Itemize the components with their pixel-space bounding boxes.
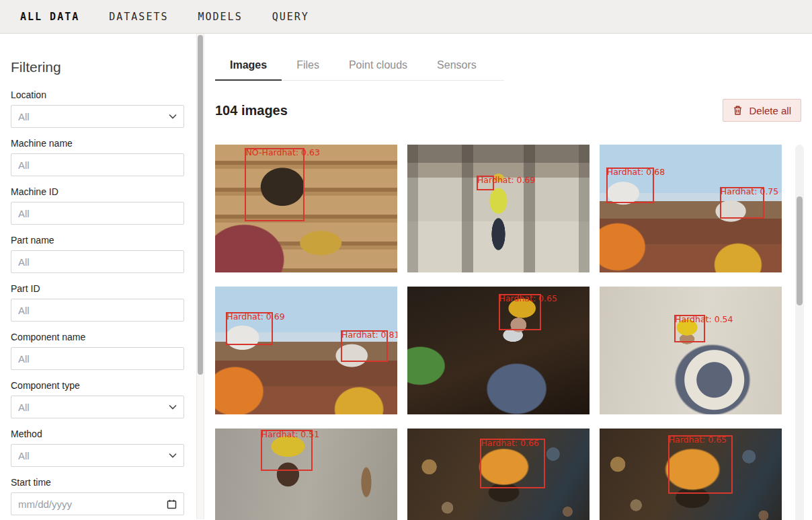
nav-item-datasets[interactable]: DATASETS	[109, 11, 168, 23]
filter-label-component-name: Component name	[11, 332, 184, 342]
detection-box: Hardhat: 0.68	[606, 168, 655, 203]
detection-label: Hardhat: 0.69	[227, 311, 284, 322]
detection-label: Hardhat: 0.65	[669, 435, 727, 445]
nav-item-all-data[interactable]: ALL DATA	[20, 11, 79, 23]
filter-date-start-time[interactable]: mm/dd/yyyy	[11, 492, 184, 515]
sidebar-title: Filtering	[11, 59, 184, 75]
filter-label-machine-id: Machine ID	[11, 186, 184, 197]
filter-input-component-name[interactable]	[11, 347, 184, 370]
filter-label-location: Location	[11, 89, 184, 100]
nav-item-query[interactable]: QUERY	[272, 11, 309, 23]
detection-box: Hardhat: 0.81	[341, 330, 388, 363]
filter-input-machine-name[interactable]	[11, 153, 184, 176]
filter-label-part-id: Part ID	[11, 283, 184, 294]
filter-group-machine-id: Machine ID	[11, 186, 184, 225]
filter-value-method: All	[18, 450, 169, 461]
image-thumbnail-1[interactable]: NO-Hardhat: 0.63	[215, 145, 397, 272]
image-thumbnail-6[interactable]: Hardhat: 0.54	[600, 287, 782, 414]
filter-group-start-time: Start timemm/dd/yyyy	[11, 477, 184, 515]
tab-files[interactable]: Files	[282, 54, 334, 81]
tab-images[interactable]: Images	[215, 54, 282, 81]
main-nav: ALL DATADATASETSMODELSQUERY	[20, 11, 309, 23]
detection-box: NO-Hardhat: 0.63	[245, 148, 304, 221]
image-count: 104 images	[215, 103, 288, 118]
detection-label: Hardhat: 0.81	[341, 330, 397, 340]
detection-box: Hardhat: 0.65	[668, 435, 733, 494]
filter-label-component-type: Component type	[11, 380, 184, 391]
image-grid-area: NO-Hardhat: 0.63Hardhat: 0.69Hardhat: 0.…	[215, 145, 812, 520]
image-thumbnail-5[interactable]: Hardhat: 0.65	[407, 287, 590, 414]
detection-box: Hardhat: 0.69	[477, 176, 494, 191]
image-thumbnail-8[interactable]: Hardhat: 0.66	[407, 429, 590, 520]
filter-group-location: LocationAll	[11, 89, 184, 128]
grid-scrollbar[interactable]	[795, 145, 804, 520]
chevron-down-icon	[169, 404, 177, 410]
detection-box: Hardhat: 0.54	[674, 315, 705, 342]
filter-list: LocationAllMachine nameMachine IDPart na…	[11, 89, 184, 515]
filter-group-component-name: Component name	[11, 332, 184, 370]
filter-input-machine-id[interactable]	[11, 202, 184, 225]
detection-label: Hardhat: 0.54	[675, 314, 733, 324]
tab-bar: ImagesFilesPoint cloudsSensors	[215, 54, 504, 81]
filter-input-part-name[interactable]	[11, 250, 184, 273]
grid-scrollbar-thumb[interactable]	[797, 196, 803, 305]
filter-value-component-type: All	[18, 402, 169, 413]
filter-group-method: MethodAll	[11, 429, 184, 467]
image-grid: NO-Hardhat: 0.63Hardhat: 0.69Hardhat: 0.…	[215, 145, 812, 520]
tab-point-clouds[interactable]: Point clouds	[334, 54, 422, 81]
image-thumbnail-2[interactable]: Hardhat: 0.69	[407, 145, 590, 272]
delete-all-button[interactable]: Delete all	[723, 99, 801, 122]
tab-sensors[interactable]: Sensors	[422, 54, 491, 81]
content-header: 104 images Delete all	[215, 99, 812, 122]
detection-box: Hardhat: 0.75	[720, 187, 764, 219]
detection-label: Hardhat: 0.66	[481, 438, 538, 448]
detection-label: NO-Hardhat: 0.63	[245, 147, 319, 157]
detection-label: Hardhat: 0.69	[477, 175, 535, 185]
filter-select-component-type[interactable]: All	[11, 396, 184, 418]
top-navbar: ALL DATADATASETSMODELSQUERY	[0, 0, 812, 34]
chevron-down-icon	[169, 453, 177, 458]
detection-box: Hardhat: 0.51	[261, 430, 313, 471]
filter-label-part-name: Part name	[11, 235, 184, 246]
filter-label-method: Method	[11, 429, 184, 439]
calendar-icon	[167, 499, 177, 509]
image-thumbnail-9[interactable]: Hardhat: 0.65	[600, 429, 782, 520]
filter-input-part-id[interactable]	[11, 299, 184, 322]
filter-label-start-time: Start time	[11, 477, 184, 488]
filter-select-location[interactable]: All	[11, 105, 184, 128]
chevron-down-icon	[169, 114, 177, 119]
image-thumbnail-3[interactable]: Hardhat: 0.68Hardhat: 0.75	[600, 145, 782, 272]
trash-icon	[733, 105, 743, 116]
filter-group-part-id: Part ID	[11, 283, 184, 322]
detection-label: Hardhat: 0.51	[261, 429, 319, 439]
image-thumbnail-7[interactable]: Hardhat: 0.51	[215, 429, 397, 520]
filter-label-machine-name: Machine name	[11, 138, 184, 149]
nav-item-models[interactable]: MODELS	[198, 11, 243, 23]
image-thumbnail-4[interactable]: Hardhat: 0.69Hardhat: 0.81	[215, 287, 397, 414]
detection-box: Hardhat: 0.65	[499, 294, 542, 330]
filter-group-machine-name: Machine name	[11, 138, 184, 176]
filter-select-method[interactable]: All	[11, 444, 184, 467]
filter-group-part-name: Part name	[11, 235, 184, 273]
main-content: ImagesFilesPoint cloudsSensors 104 image…	[196, 34, 812, 519]
detection-label: Hardhat: 0.68	[607, 167, 665, 177]
detection-box: Hardhat: 0.69	[226, 312, 273, 345]
detection-label: Hardhat: 0.75	[721, 186, 778, 196]
detection-box: Hardhat: 0.66	[480, 439, 545, 488]
filter-group-component-type: Component typeAll	[11, 380, 184, 418]
filter-value-start-time: mm/dd/yyyy	[18, 498, 167, 510]
filter-value-location: All	[18, 111, 169, 122]
filter-sidebar: Filtering LocationAllMachine nameMachine…	[0, 34, 196, 519]
detection-label: Hardhat: 0.65	[499, 293, 557, 303]
delete-all-label: Delete all	[749, 105, 791, 116]
